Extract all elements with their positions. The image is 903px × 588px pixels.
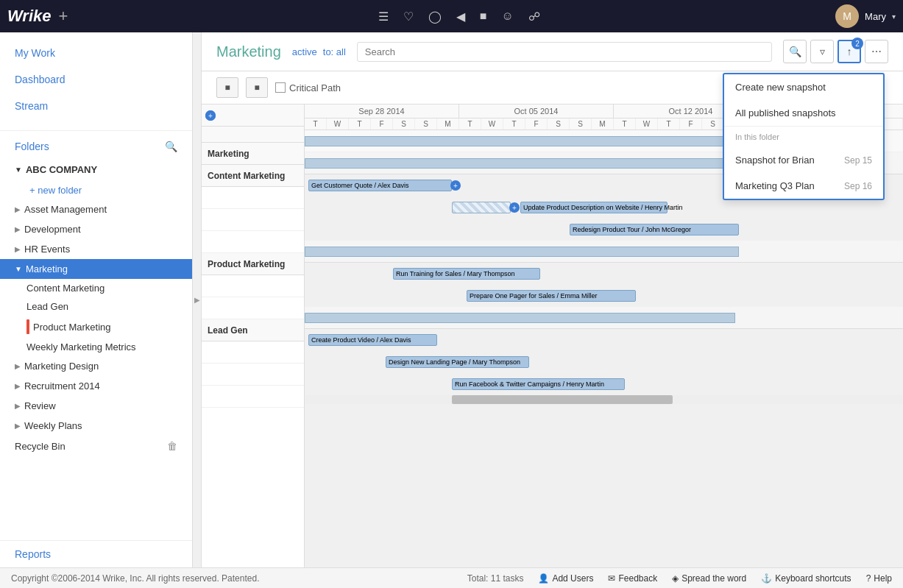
user-dropdown-arrow[interactable]: ▾ (892, 13, 896, 21)
gantt-label-marketing: Marketing (202, 143, 304, 165)
help-btn[interactable]: ? Help (866, 573, 892, 584)
spread-icon: ◈ (672, 573, 679, 584)
sidebar-item-weekly-plans[interactable]: ▶ Weekly Plans (0, 416, 192, 436)
grid-icon[interactable]: ■ (480, 10, 487, 23)
sidebar-reports[interactable]: Reports (0, 540, 192, 567)
avatar[interactable]: M (835, 4, 859, 28)
sidebar-item-recycle-bin[interactable]: Recycle Bin 🗑 (0, 436, 192, 456)
sidebar-nav: My Work Dashboard Stream (0, 32, 192, 127)
tag-to[interactable]: to: all (323, 46, 346, 57)
help-icon: ? (866, 573, 871, 584)
bar-update-product[interactable]: Update Product Description on Website / … (520, 202, 667, 213)
folders-header[interactable]: Folders 🔍 (0, 135, 192, 158)
chart-icon[interactable]: ☍ (528, 10, 540, 24)
snapshot-brian-item[interactable]: Snapshot for Brian Sep 15 (724, 147, 883, 173)
sidebar-item-marketing-design[interactable]: ▶ Marketing Design (0, 356, 192, 376)
add-users-btn[interactable]: 👤 Add Users (538, 573, 593, 584)
search-toolbar-button[interactable]: 🔍 (783, 40, 807, 63)
sidebar-item-my-work[interactable]: My Work (0, 40, 192, 66)
sidebar-sub-product-marketing[interactable]: Product Marketing (0, 316, 192, 338)
snapshot-dropdown: Create new snapshot All published snapsh… (723, 73, 885, 200)
filter-toolbar-button[interactable]: ▿ (810, 40, 834, 63)
plus-button[interactable]: + (59, 7, 68, 26)
add-users-icon: 👤 (538, 573, 549, 584)
critical-path-checkbox[interactable] (275, 82, 286, 93)
critical-path-toggle[interactable]: Critical Path (275, 82, 341, 93)
all-snapshots-item[interactable]: All published snapshots (724, 100, 883, 126)
create-snapshot-item[interactable]: Create new snapshot (724, 74, 883, 100)
status-actions: 👤 Add Users ✉ Feedback ◈ Spread the word… (538, 573, 892, 584)
trash-icon: 🗑 (167, 440, 177, 452)
day-F1: F (371, 118, 393, 130)
sidebar-sub-content-marketing[interactable]: Content Marketing (0, 279, 192, 297)
gantt-collapse-button[interactable]: ■ (246, 77, 268, 98)
bar-run-training[interactable]: Run Training for Sales / Mary Thompson (393, 268, 540, 280)
folder-arrow-icon: ▶ (15, 402, 21, 410)
folder-tree: ▼ ABC COMPANY + new folder ▶ Asset Manag… (0, 158, 192, 456)
bar-social-campaigns[interactable]: Run Facebook & Twitter Campaigns / Henry… (452, 378, 625, 390)
feedback-btn[interactable]: ✉ Feedback (608, 573, 657, 584)
sidebar-item-stream[interactable]: Stream (0, 93, 192, 119)
week-oct05: Oct 05 2014 (459, 105, 614, 118)
snapshot-brian-label: Snapshot for Brian (735, 155, 815, 166)
sidebar-item-development[interactable]: ▶ Development (0, 219, 192, 239)
gantt-label-extra8 (202, 386, 304, 408)
tag-active[interactable]: active (292, 46, 317, 57)
gantt-label-header2 (202, 127, 304, 143)
clock-icon[interactable]: ◯ (428, 10, 442, 24)
sidebar-sub-weekly-metrics[interactable]: Weekly Marketing Metrics (0, 338, 192, 356)
sidebar-item-review[interactable]: ▶ Review (0, 396, 192, 416)
folder-arrow-icon: ▶ (15, 225, 21, 233)
new-folder-item[interactable]: + new folder (0, 181, 192, 199)
equalizer-icon[interactable]: ◀ (456, 10, 465, 24)
bar-landing-page[interactable]: Design New Landing Page / Mary Thompson (386, 356, 529, 368)
day-S5: S (702, 118, 724, 130)
sidebar-collapse-handle[interactable]: ▶ (193, 32, 202, 567)
gantt-expand-button[interactable]: ■ (216, 77, 238, 98)
sidebar-divider (0, 130, 192, 131)
content-marketing-bar[interactable] (305, 158, 728, 169)
bar-product-video[interactable]: Create Product Video / Alex Davis (308, 334, 437, 346)
sidebar-item-recruitment[interactable]: ▶ Recruitment 2014 (0, 376, 192, 396)
user-area: M Mary ▾ (835, 4, 896, 28)
bar-update-product-striped[interactable] (452, 202, 511, 213)
toolbar-right: 🔍 ▿ ↑ 2 ⋯ Create new snapshot All publis… (783, 40, 888, 63)
hamburger-icon[interactable]: ☰ (378, 10, 389, 24)
company-name: ABC COMPANY (26, 164, 97, 175)
chat-icon[interactable]: ♡ (403, 10, 414, 24)
add-task-btn-2[interactable]: + (205, 110, 216, 121)
folders-search-icon[interactable]: 🔍 (165, 141, 177, 152)
share-toolbar-button[interactable]: ↑ 2 (838, 40, 861, 63)
sidebar-item-asset-management[interactable]: ▶ Asset Management (0, 199, 192, 219)
week-sep28: Sep 28 2014 (305, 105, 459, 118)
sidebar-item-hr-events[interactable]: ▶ HR Events (0, 239, 192, 259)
company-header[interactable]: ▼ ABC COMPANY (0, 158, 192, 181)
day-M1: M (437, 118, 459, 130)
person-icon[interactable]: ☺ (501, 10, 513, 23)
more-toolbar-button[interactable]: ⋯ (865, 40, 888, 63)
lead-gen-bar[interactable] (305, 313, 735, 323)
gantt-label-extra3 (202, 231, 304, 253)
shortcuts-btn[interactable]: ⚓ Keyboard shortcuts (761, 573, 851, 584)
search-input[interactable] (357, 42, 772, 62)
sidebar-sub-lead-gen[interactable]: Lead Gen (0, 297, 192, 316)
spread-btn[interactable]: ◈ Spread the word (672, 573, 746, 584)
total-tasks: Total: 11 tasks (467, 573, 524, 584)
snapshot-q3-item[interactable]: Marketing Q3 Plan Sep 16 (724, 173, 883, 199)
sidebar-item-marketing[interactable]: ▼ Marketing (0, 259, 192, 279)
bar-redesign[interactable]: Redesign Product Tour / John McGregor (570, 224, 739, 235)
app-logo[interactable]: Wrike (7, 7, 52, 26)
add-after-btn[interactable]: + (450, 180, 461, 191)
product-marketing-bar[interactable] (305, 247, 739, 257)
marketing-bar[interactable] (305, 136, 776, 146)
folder-arrow-icon: ▶ (15, 422, 21, 430)
gantt-label-product-marketing: Product Marketing (202, 253, 304, 275)
add-after-btn2[interactable]: + (509, 202, 520, 213)
gantt-scrollbar[interactable] (305, 395, 903, 404)
folder-arrow-icon: ▶ (15, 205, 21, 213)
bar-customer-quote[interactable]: Get Customer Quote / Alex Davis (308, 180, 452, 191)
gantt-scroll-thumb[interactable] (452, 395, 673, 404)
bar-prepare-pager[interactable]: Prepare One Pager for Sales / Emma Mille… (467, 290, 636, 302)
sidebar-item-dashboard[interactable]: Dashboard (0, 66, 192, 93)
company-arrow-icon: ▼ (15, 166, 22, 174)
